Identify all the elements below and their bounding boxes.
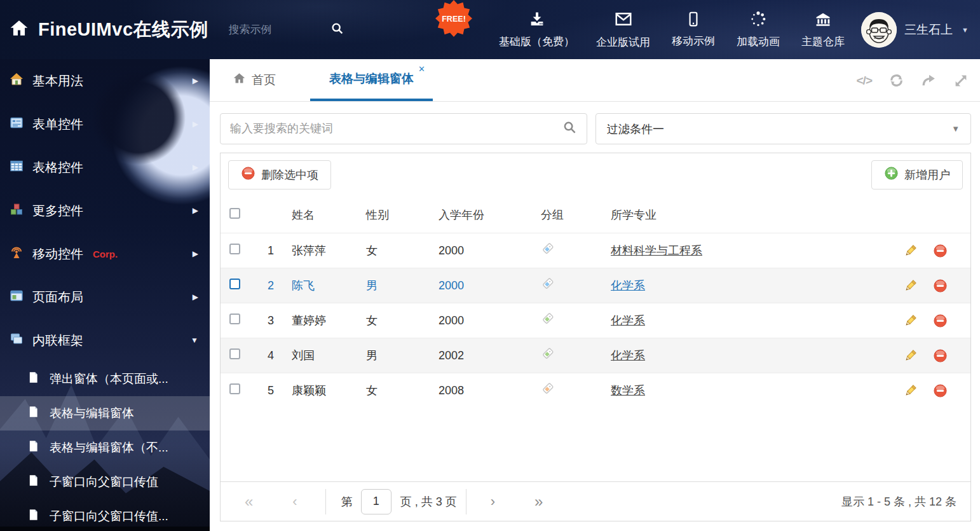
table-row[interactable]: 1 张萍萍 女 2000 材料科学与工程系 — [221, 233, 970, 268]
column-header-name[interactable]: 姓名 — [280, 207, 360, 223]
open-new-window-icon[interactable] — [921, 72, 937, 88]
sidebar-subitem-label: 子窗口向父窗口传值... — [50, 508, 168, 525]
sidebar-subitem-label: 表格与编辑窗体（不... — [50, 439, 168, 456]
sidebar-subitem-child-to-parent-2[interactable]: 子窗口向父窗口传值... — [0, 499, 210, 531]
first-page-button[interactable]: « — [245, 493, 253, 511]
sidebar-item-page-layout[interactable]: 页面布局 ▶ — [0, 275, 210, 319]
fullscreen-icon[interactable] — [953, 73, 969, 88]
grid-empty-space — [221, 408, 970, 481]
close-icon[interactable]: ✕ — [418, 64, 425, 74]
table-row[interactable]: 4 刘国 男 2002 化学系 — [221, 338, 970, 373]
edit-row-button[interactable] — [896, 348, 925, 363]
tab-home[interactable]: 首页 — [229, 59, 280, 101]
caret-right-icon: ▶ — [193, 206, 198, 215]
major-link[interactable]: 化学系 — [611, 349, 645, 362]
cell-year: 2008 — [423, 384, 528, 397]
next-page-button[interactable]: › — [491, 493, 495, 510]
edit-row-button[interactable] — [896, 314, 925, 328]
refresh-icon[interactable] — [888, 72, 904, 88]
sidebar-item-iframe[interactable]: 内联框架 ▼ — [0, 319, 210, 362]
data-grid: 姓名 性别 入学年份 分组 所学专业 1 张萍萍 女 2000 — [221, 197, 970, 408]
sidebar-item-label: 更多控件 — [32, 202, 83, 219]
cell-gender: 女 — [360, 243, 423, 258]
sidebar-subitem-grid-edit-window[interactable]: 表格与编辑窗体 — [0, 396, 210, 431]
last-page-button[interactable]: » — [534, 493, 543, 511]
file-icon — [27, 508, 40, 525]
delete-selected-button[interactable]: 删除选中项 — [228, 160, 331, 190]
nav-mobile-demo[interactable]: 移动示例 — [672, 11, 715, 48]
major-link[interactable]: 化学系 — [611, 314, 645, 327]
edit-row-button[interactable] — [896, 383, 925, 398]
prev-page-button[interactable]: ‹ — [292, 493, 297, 510]
cell-gender: 男 — [360, 278, 423, 293]
app-title: FineUIMvc在线示例 — [38, 17, 208, 43]
nav-loading-animation[interactable]: 加载动画 — [737, 10, 780, 49]
header-search-input[interactable] — [229, 24, 324, 36]
sidebar-item-more-controls[interactable]: 更多控件 ▶ — [0, 189, 210, 232]
major-link[interactable]: 数学系 — [611, 384, 645, 397]
sidebar-subitem-popup-window[interactable]: 弹出窗体（本页面或... — [0, 362, 210, 396]
avatar — [861, 12, 897, 48]
delete-row-button[interactable] — [925, 383, 970, 398]
spinner-icon — [749, 10, 767, 31]
row-checkbox[interactable] — [229, 348, 240, 359]
grid-header-row: 姓名 性别 入学年份 分组 所学专业 — [221, 197, 970, 233]
column-header-year[interactable]: 入学年份 — [423, 207, 528, 223]
sidebar-item-grid-controls[interactable]: 表格控件 ▶ — [0, 146, 210, 189]
source-code-icon[interactable]: </> — [857, 74, 872, 88]
logo[interactable]: FineUIMvc在线示例 — [9, 17, 208, 43]
cell-gender: 男 — [360, 348, 423, 363]
sidebar-item-basic-usage[interactable]: 基本用法 ▶ — [0, 59, 210, 102]
table-row-selected[interactable]: 2 陈飞 男 2000 化学系 — [221, 268, 970, 303]
sidebar-item-label: 页面布局 — [32, 289, 83, 306]
sidebar-item-mobile-controls[interactable]: 移动控件 Corp. ▶ — [0, 232, 210, 275]
major-link[interactable]: 材料科学与工程系 — [611, 244, 702, 257]
edit-row-button[interactable] — [896, 244, 925, 258]
nav-label: 移动示例 — [672, 34, 715, 48]
tab-bar: 首页 表格与编辑窗体 ✕ </> — [210, 59, 980, 102]
row-checkbox[interactable] — [229, 279, 240, 289]
column-header-major[interactable]: 所学专业 — [598, 207, 896, 223]
delete-row-button[interactable] — [925, 279, 970, 293]
layout-icon — [9, 288, 24, 307]
edit-row-button[interactable] — [896, 279, 925, 293]
sidebar-item-label: 内联框架 — [32, 332, 83, 349]
antenna-icon — [9, 245, 24, 263]
nav-enterprise-trial[interactable]: 企业版试用 — [596, 10, 650, 50]
row-checkbox[interactable] — [229, 383, 240, 394]
major-link[interactable]: 化学系 — [611, 279, 645, 292]
sidebar-subitem-grid-edit-window-2[interactable]: 表格与编辑窗体（不... — [0, 431, 210, 465]
row-checkbox[interactable] — [229, 244, 240, 254]
search-icon[interactable] — [562, 120, 577, 137]
add-user-button[interactable]: 新增用户 — [871, 160, 963, 190]
cell-gender: 女 — [360, 383, 423, 398]
top-header: FineUIMvc在线示例 FREE! 基础版（免费） 企业 — [0, 0, 980, 59]
user-menu[interactable]: 三生石上 ▼ — [861, 12, 969, 48]
sidebar-subitem-child-to-parent[interactable]: 子窗口向父窗口传值 — [0, 465, 210, 499]
sidebar-item-form-controls[interactable]: 表单控件 ▶ — [0, 102, 210, 146]
delete-row-button[interactable] — [925, 244, 970, 258]
table-row[interactable]: 5 康颖颖 女 2008 数学系 — [221, 373, 970, 408]
sidebar-menu: 基本用法 ▶ 表单控件 ▶ 表格控件 ▶ 更多控件 ▶ 移动控件 — [0, 59, 210, 531]
column-header-gender[interactable]: 性别 — [360, 207, 423, 223]
tab-grid-edit-window[interactable]: 表格与编辑窗体 ✕ — [310, 59, 433, 101]
select-all-checkbox[interactable] — [229, 208, 240, 219]
keyword-search-input[interactable] — [230, 122, 562, 135]
table-icon — [9, 158, 24, 177]
search-icon[interactable] — [330, 22, 344, 38]
row-checkbox[interactable] — [229, 314, 240, 324]
add-user-label: 新增用户 — [904, 167, 950, 183]
bank-icon — [814, 10, 832, 31]
filter-dropdown[interactable]: 过滤条件一 ▼ — [595, 113, 971, 144]
nav-basic-edition[interactable]: 基础版（免费） — [499, 10, 575, 49]
column-header-group[interactable]: 分组 — [528, 207, 598, 223]
table-row[interactable]: 3 董婷婷 女 2000 化学系 — [221, 303, 970, 338]
cell-name: 张萍萍 — [280, 243, 360, 258]
delete-row-button[interactable] — [925, 314, 970, 328]
page-number-input[interactable] — [361, 489, 391, 514]
form-icon — [9, 115, 24, 134]
tab-label: 首页 — [252, 72, 276, 88]
delete-row-button[interactable] — [925, 348, 970, 363]
cell-gender: 女 — [360, 313, 423, 328]
nav-theme-store[interactable]: 主题仓库 — [801, 10, 845, 49]
